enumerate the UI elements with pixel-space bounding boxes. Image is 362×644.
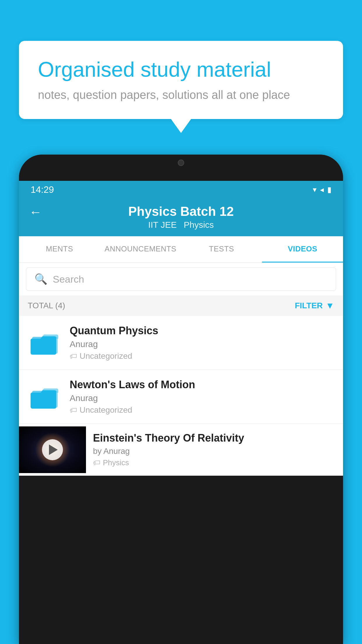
video-author-1: Anurag xyxy=(70,339,334,349)
app-background: Organised study material notes, question… xyxy=(0,0,362,644)
tag-label-3: Physics xyxy=(103,458,129,467)
search-icon: 🔍 xyxy=(34,273,48,285)
video-tag-3: 🏷 Physics xyxy=(93,458,334,467)
filter-icon: ▼ xyxy=(326,301,334,311)
tag-icon: 🏷 xyxy=(70,352,77,361)
tab-ments[interactable]: MENTS xyxy=(19,236,100,262)
play-button[interactable] xyxy=(42,439,63,460)
video-tag-2: 🏷 Uncategorized xyxy=(70,405,334,415)
list-item[interactable]: Newton's Laws of Motion Anurag 🏷 Uncateg… xyxy=(19,370,343,424)
tag-label-2: Uncategorized xyxy=(80,405,132,415)
filter-bar: TOTAL (4) FILTER ▼ xyxy=(19,295,343,316)
speech-bubble-title: Organised study material xyxy=(38,57,324,82)
status-bar: 14:29 ▾ ◂ ▮ xyxy=(19,181,343,198)
video-thumbnail-2 xyxy=(28,384,63,410)
video-info-3: Einstein's Theory Of Relativity by Anura… xyxy=(93,424,334,475)
folder-icon xyxy=(31,330,60,355)
phone-frame: 14:29 ▾ ◂ ▮ ← Physics Batch 12 IIT JEE P… xyxy=(19,155,343,644)
total-count-label: TOTAL (4) xyxy=(28,301,65,310)
search-bar[interactable]: 🔍 Search xyxy=(26,267,336,291)
video-author-3: by Anurag xyxy=(93,447,334,456)
back-button[interactable]: ← xyxy=(29,205,42,219)
search-container: 🔍 Search xyxy=(19,263,343,295)
tab-announcements[interactable]: ANNOUNCEMENTS xyxy=(100,236,181,262)
app-bar: ← Physics Batch 12 IIT JEE Physics xyxy=(19,198,343,236)
list-item[interactable]: Einstein's Theory Of Relativity by Anura… xyxy=(19,424,343,476)
filter-button[interactable]: FILTER ▼ xyxy=(295,301,334,311)
speech-bubble: Organised study material notes, question… xyxy=(19,41,343,119)
video-title-1: Quantum Physics xyxy=(70,325,334,337)
subtitle-physics: Physics xyxy=(184,220,214,230)
video-thumbnail-1 xyxy=(28,330,63,356)
video-list: Quantum Physics Anurag 🏷 Uncategorized xyxy=(19,316,343,476)
signal-icon: ◂ xyxy=(320,185,324,194)
status-icons: ▾ ◂ ▮ xyxy=(313,185,331,194)
wifi-icon: ▾ xyxy=(313,185,317,194)
speech-bubble-container: Organised study material notes, question… xyxy=(19,41,343,119)
speech-bubble-subtitle: notes, question papers, solutions all at… xyxy=(38,88,324,102)
phone-notch xyxy=(155,155,207,171)
video-info-2: Newton's Laws of Motion Anurag 🏷 Uncateg… xyxy=(70,379,334,415)
video-title-2: Newton's Laws of Motion xyxy=(70,379,334,391)
svg-rect-1 xyxy=(31,339,56,355)
video-thumbnail-3 xyxy=(19,426,86,473)
folder-icon xyxy=(31,384,60,409)
video-info-1: Quantum Physics Anurag 🏷 Uncategorized xyxy=(70,325,334,361)
app-bar-title: Physics Batch 12 xyxy=(128,204,234,219)
battery-icon: ▮ xyxy=(327,185,331,194)
phone-notch-area xyxy=(19,155,343,181)
tag-label-1: Uncategorized xyxy=(80,351,132,361)
app-bar-subtitle: IIT JEE Physics xyxy=(148,220,214,230)
search-placeholder: Search xyxy=(53,274,84,285)
tag-icon: 🏷 xyxy=(93,458,101,467)
front-camera xyxy=(178,160,184,166)
video-author-2: Anurag xyxy=(70,393,334,403)
video-tag-1: 🏷 Uncategorized xyxy=(70,351,334,361)
play-icon xyxy=(49,444,58,455)
tab-videos[interactable]: VIDEOS xyxy=(262,236,343,262)
video-title-3: Einstein's Theory Of Relativity xyxy=(93,432,334,444)
list-item[interactable]: Quantum Physics Anurag 🏷 Uncategorized xyxy=(19,316,343,370)
tab-tests[interactable]: TESTS xyxy=(181,236,262,262)
svg-rect-3 xyxy=(31,393,56,409)
filter-label: FILTER xyxy=(295,301,323,310)
status-time: 14:29 xyxy=(31,184,54,195)
tag-icon: 🏷 xyxy=(70,406,77,415)
tabs-bar: MENTS ANNOUNCEMENTS TESTS VIDEOS xyxy=(19,236,343,263)
subtitle-iit: IIT JEE xyxy=(148,220,177,230)
